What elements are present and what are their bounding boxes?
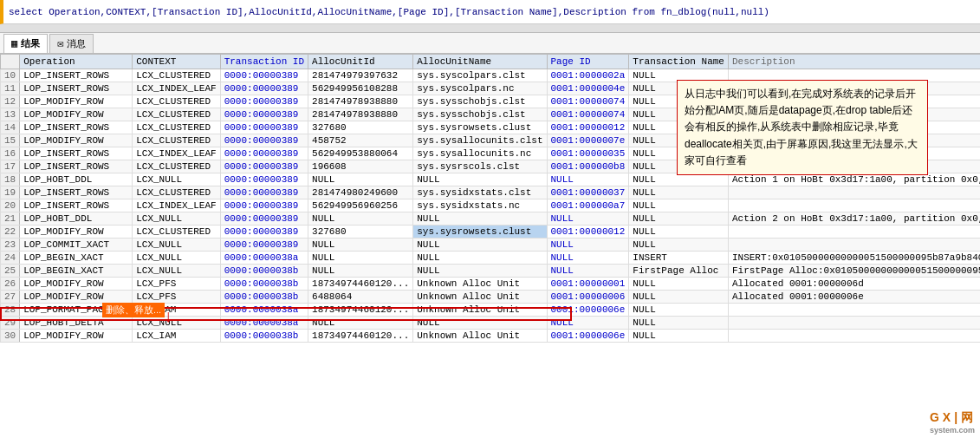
tab-messages-label: 消息 (67, 37, 86, 50)
table-row[interactable]: 20LOP_INSERT_ROWSLCX_INDEX_LEAF0000:0000… (1, 199, 981, 212)
table-row[interactable]: 24LOP_BEGIN_XACTLCX_NULL0000:0000038aNUL… (1, 252, 981, 265)
col-header-allocname[interactable]: AllocUnitName (413, 55, 547, 69)
row-number: 25 (1, 265, 20, 278)
cell-allocname: Unknown Alloc Unit (413, 291, 547, 304)
cell-data: NULL (308, 265, 413, 278)
cell-data: LOP_MODIFY_ROW (20, 134, 133, 147)
cell-allocname: sys.sysrowsets.clust (413, 121, 547, 134)
cell-pageid: 0001:000000b8 (547, 160, 629, 173)
cell-pageid: 0001:00000001 (547, 278, 629, 291)
cell-data: 458752 (308, 134, 413, 147)
cell-data: LCX_IAM (133, 330, 220, 343)
cell-data: LOP_MODIFY_ROW (20, 291, 133, 304)
table-row[interactable]: 26LOP_MODIFY_ROWLCX_PFS0000:0000038b1873… (1, 278, 981, 291)
cell-data: LOP_INSERT_ROWS (20, 121, 133, 134)
col-header-txname[interactable]: Transaction Name (629, 55, 729, 69)
cell-data: 196608 (308, 160, 413, 173)
table-row[interactable]: 22LOP_MODIFY_ROWLCX_CLUSTERED0000:000003… (1, 226, 981, 239)
cell-allocname: NULL (413, 317, 547, 330)
cell-txid: 0000:0000038a (220, 252, 308, 265)
cell-data: LOP_MODIFY_ROW (20, 95, 133, 108)
table-row[interactable]: 21LOP_HOBT_DDLLCX_NULL0000:00000389NULLN… (1, 212, 981, 226)
cell-pageid: NULL (547, 212, 629, 226)
cell-data: NULL (629, 186, 729, 199)
row-number: 26 (1, 278, 20, 291)
cell-allocname: NULL (413, 173, 547, 186)
table-row[interactable]: 30LOP_MODIFY_ROWLCX_IAM0000:0000038b1873… (1, 330, 981, 343)
cell-data (728, 239, 980, 252)
logo-text: G X | 网 (930, 410, 973, 424)
cell-data (728, 226, 980, 239)
cell-allocname: sys.sysschobjs.clst (413, 95, 547, 108)
cell-txid: 0000:00000389 (220, 82, 308, 95)
col-header-allocid[interactable]: AllocUnitId (308, 55, 413, 69)
row-number: 11 (1, 82, 20, 95)
cell-allocname: sys.sysallocunits.nc (413, 147, 547, 160)
cell-allocname: NULL (413, 252, 547, 265)
cell-data: 562949953880064 (308, 147, 413, 160)
row-number: 20 (1, 199, 20, 212)
cell-pageid: 0001:00000012 (547, 121, 629, 134)
cell-data: LCX_CLUSTERED (133, 186, 220, 199)
row-number: 10 (1, 69, 20, 82)
cell-data: LCX_NULL (133, 212, 220, 226)
cell-data: LCX_NULL (133, 317, 220, 330)
site-logo: G X | 网 system.com (930, 410, 975, 435)
cell-allocname: NULL (413, 265, 547, 278)
cell-data: LOP_INSERT_ROWS (20, 186, 133, 199)
col-header-context[interactable]: CONTEXT (133, 55, 220, 69)
cell-pageid: 0001:00000037 (547, 186, 629, 199)
row-number: 28 (1, 304, 20, 317)
cell-txid: 0000:0000038b (220, 330, 308, 343)
cell-data: 327680 (308, 226, 413, 239)
cell-data: LOP_BEGIN_XACT (20, 265, 133, 278)
cell-data: NULL (629, 199, 729, 212)
cell-allocname: sys.syscolpars.nc (413, 82, 547, 95)
row-number: 18 (1, 173, 20, 186)
tab-bar: ▦ 结果 ✉ 消息 (0, 33, 980, 54)
col-header-operation[interactable]: Operation (20, 55, 133, 69)
row-number: 27 (1, 291, 20, 304)
table-row[interactable]: 23LOP_COMMIT_XACTLCX_NULL0000:00000389NU… (1, 239, 981, 252)
tab-results[interactable]: ▦ 结果 (3, 34, 48, 53)
cell-pageid: 0001:00000035 (547, 147, 629, 160)
table-row[interactable]: 25LOP_BEGIN_XACTLCX_NULL0000:0000038bNUL… (1, 265, 981, 278)
cell-data: LOP_HOBT_DDL (20, 173, 133, 186)
cell-data: NULL (308, 252, 413, 265)
cell-data: NULL (629, 226, 729, 239)
cell-txid: 0000:00000389 (220, 173, 308, 186)
table-row[interactable]: 19LOP_INSERT_ROWSLCX_CLUSTERED0000:00000… (1, 186, 981, 199)
table-row[interactable]: 27LOP_MODIFY_ROWLCX_PFS0000:0000038b6488… (1, 291, 981, 304)
cell-data: 18734974460120... (308, 304, 413, 317)
cell-allocname: NULL (413, 239, 547, 252)
horizontal-scrollbar[interactable] (0, 24, 980, 33)
cell-data: NULL (629, 317, 729, 330)
tab-messages[interactable]: ✉ 消息 (49, 34, 94, 53)
cell-data: FirstPage Alloc:0x0105000000000005150000… (728, 265, 980, 278)
cell-data: 18734974460120... (308, 330, 413, 343)
cell-data: LCX_CLUSTERED (133, 95, 220, 108)
cell-pageid: 0001:000000a7 (547, 199, 629, 212)
cell-allocname: sys.sysidxstats.nc (413, 199, 547, 212)
cell-txid: 0000:00000389 (220, 199, 308, 212)
cell-data: Action 2 on HoBt 0x3d17:1a00, partition … (728, 212, 980, 226)
cell-allocname: sys.sysidxstats.clst (413, 186, 547, 199)
cell-data: NULL (629, 278, 729, 291)
cell-pageid: 0001:0000007e (547, 134, 629, 147)
cell-pageid: NULL (547, 317, 629, 330)
cell-data: FirstPage Alloc (629, 265, 729, 278)
col-header-desc[interactable]: Description (728, 55, 980, 69)
annotation-popup: 从日志中我们可以看到,在完成对系统表的记录后开始分配IAM页,随后是datapa… (677, 80, 928, 175)
cell-txid: 0000:0000038a (220, 317, 308, 330)
col-header-txid[interactable]: Transaction ID (220, 55, 308, 69)
cell-pageid: 0001:00000074 (547, 95, 629, 108)
cell-data: LCX_CLUSTERED (133, 121, 220, 134)
cell-data: LCX_NULL (133, 252, 220, 265)
col-header-pageid[interactable]: Page ID (547, 55, 629, 69)
cell-data: NULL (629, 304, 729, 317)
row-number: 29 (1, 317, 20, 330)
cell-pageid: 0001:00000012 (547, 226, 629, 239)
table-row[interactable]: 29LOP_HOBT_DELTALCX_NULL0000:0000038aNUL… (1, 317, 981, 330)
cell-data: LCX_CLUSTERED (133, 69, 220, 82)
cell-data (728, 304, 980, 317)
